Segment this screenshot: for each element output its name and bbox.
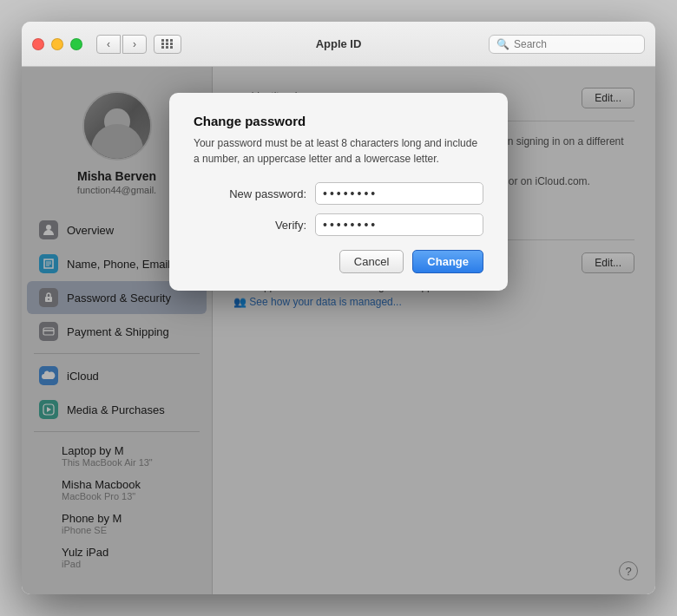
forward-button[interactable]: › — [122, 35, 147, 54]
change-password-modal: Change password Your password must be at… — [169, 93, 508, 291]
modal-buttons: Cancel Change — [194, 250, 483, 273]
search-icon: 🔍 — [496, 38, 509, 50]
minimize-button[interactable] — [51, 38, 63, 50]
search-input[interactable] — [514, 38, 637, 50]
cancel-button[interactable]: Cancel — [339, 250, 404, 273]
modal-description: Your password must be at least 8 charact… — [194, 135, 483, 167]
grid-icon — [161, 39, 174, 49]
verify-input[interactable] — [315, 213, 483, 236]
new-password-input[interactable] — [315, 182, 483, 205]
maximize-button[interactable] — [70, 38, 82, 50]
search-box[interactable]: 🔍 — [489, 35, 645, 54]
grid-view-button[interactable] — [154, 35, 181, 54]
change-button[interactable]: Change — [412, 250, 483, 273]
titlebar: ‹ › Apple ID 🔍 — [22, 22, 655, 67]
nav-buttons: ‹ › — [96, 35, 147, 54]
window-title: Apple ID — [316, 37, 362, 50]
verify-field: Verify: — [194, 213, 483, 236]
back-button[interactable]: ‹ — [96, 35, 121, 54]
modal-title: Change password — [194, 114, 483, 128]
verify-label: Verify: — [194, 219, 306, 232]
close-button[interactable] — [32, 38, 44, 50]
traffic-lights — [32, 38, 82, 50]
modal-overlay: Change password Your password must be at… — [22, 67, 655, 594]
new-password-label: New password: — [194, 187, 306, 200]
new-password-field: New password: — [194, 182, 483, 205]
